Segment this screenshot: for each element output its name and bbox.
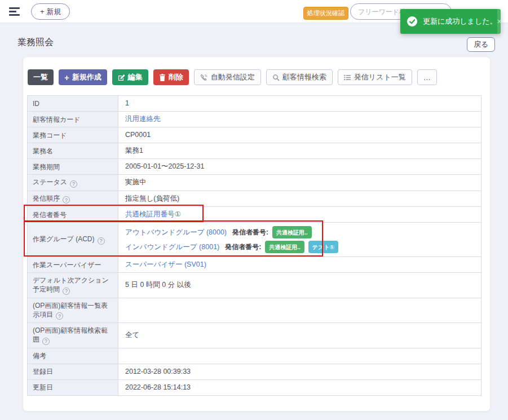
back-button[interactable]: 戻る [467, 37, 495, 52]
row-value-text: 全て [125, 331, 139, 339]
acd-group-line: アウトバウンドグループ (8000)発信者番号:共通検証用.. [125, 225, 474, 240]
auto-dial-settings-button[interactable]: 自動発信設定 [194, 69, 261, 85]
help-icon[interactable]: ? [63, 196, 70, 204]
table-row-id: ID1 [28, 96, 482, 112]
acd-group-link[interactable]: アウトバウンドグループ (8000) [125, 228, 227, 237]
row-value-text: 業務1 [125, 147, 143, 154]
phone-icon [200, 74, 208, 81]
status-check-badge[interactable]: 処理状況確認 [303, 7, 348, 20]
button-label: 新規作成 [72, 72, 101, 82]
row-value-text: 1 [125, 99, 129, 107]
toast-close-icon[interactable]: × [497, 9, 502, 34]
row-label-text: 業務名 [33, 147, 53, 155]
edit-button[interactable]: 編集 [112, 69, 148, 85]
row-value-text: 5 日 0 時間 0 分 以後 [125, 281, 191, 289]
row-label-text: ステータス [33, 178, 67, 186]
list-view-button[interactable]: 一覧 [28, 69, 54, 85]
caller-number-badge: 共通検証用.. [265, 241, 304, 253]
row-label: 顧客情報カード [28, 112, 118, 127]
row-value: 2005-01-01〜2025-12-31 [118, 159, 482, 175]
row-label-text: 発信者番号 [33, 211, 67, 219]
row-label: 作業グループ (ACD)? [28, 223, 118, 257]
row-label-text: 作業スーパーバイザー [33, 261, 101, 269]
row-label: 業務名 [28, 143, 118, 159]
call-list-button[interactable]: 発信リスト一覧 [338, 69, 412, 85]
table-row-remarks: 備考 [28, 348, 482, 364]
caller-number-badge: 共通検証用.. [272, 226, 312, 238]
caller-number-link[interactable]: 共通検証用番号① [125, 210, 181, 218]
row-label-text: 業務期間 [33, 163, 60, 171]
check-circle-icon [407, 16, 417, 26]
create-new-button[interactable]: +新規作成 [59, 69, 107, 85]
row-value [118, 298, 482, 323]
table-row-registered-date: 登録日2012-03-28 00:39:33 [28, 364, 482, 379]
row-label-text: 備考 [33, 352, 46, 360]
row-label-text: 作業グループ (ACD) [33, 235, 95, 243]
row-value: 全て [118, 323, 482, 348]
customer-search-button[interactable]: 顧客情報検索 [266, 69, 333, 85]
caller-number-caption: 発信者番号: [225, 242, 261, 252]
button-label: 顧客情報検索 [282, 72, 326, 82]
table-row-work-supervisor: 作業スーパーバイザースーパーバイザー (SV01) [28, 257, 482, 273]
detail-table: ID1顧客情報カード汎用連絡先業務コードCP0001業務名業務1業務期間2005… [27, 95, 482, 396]
edit-icon [118, 74, 125, 81]
new-button[interactable]: + 新規 [31, 3, 70, 20]
help-icon[interactable]: ? [42, 338, 50, 345]
row-value: 汎用連絡先 [118, 112, 482, 127]
row-value-text: 実施中 [125, 178, 147, 186]
row-value: 2022-06-28 15:14:13 [118, 379, 482, 395]
table-row-call-order: 発信順序?指定無し(負荷低) [28, 191, 482, 207]
row-value: 共通検証用番号① [118, 207, 482, 223]
row-label-text: 業務コード [33, 131, 67, 139]
help-icon[interactable]: ? [63, 288, 70, 295]
hamburger-menu-icon[interactable] [9, 7, 20, 17]
row-label: デフォルト次アクション予定時間? [28, 273, 118, 298]
acd-group-line: インバウンドグループ (8001)発信者番号:共通検証用..テスト① [125, 240, 474, 254]
help-icon[interactable]: ? [56, 312, 63, 320]
row-label: 発信者番号 [28, 207, 118, 223]
table-row-updated-date: 更新日2022-06-28 15:14:13 [28, 379, 482, 395]
delete-button[interactable]: 削除 [153, 69, 189, 85]
table-row-work-group-acd: 作業グループ (ACD)?アウトバウンドグループ (8000)発信者番号:共通検… [28, 223, 482, 257]
table-row-op-customer-search-scope: (OP画面)顧客情報検索範囲?全て [28, 323, 482, 348]
row-label: ID [28, 96, 118, 112]
row-value [118, 348, 482, 364]
work-supervisor-link[interactable]: スーパーバイザー (SV01) [125, 260, 206, 268]
list-icon [344, 74, 351, 81]
row-label-text: ID [33, 100, 39, 108]
button-label: 編集 [128, 72, 143, 82]
row-value-text: 2012-03-28 00:39:33 [125, 368, 191, 375]
plus-icon: + [64, 73, 69, 82]
row-value: アウトバウンドグループ (8000)発信者番号:共通検証用..インバウンドグルー… [118, 223, 482, 257]
row-label: ステータス? [28, 175, 118, 191]
row-value: スーパーバイザー (SV01) [118, 257, 482, 273]
customer-info-card-link[interactable]: 汎用連絡先 [125, 115, 161, 123]
row-label: 更新日 [28, 379, 118, 395]
table-row-customer-info-card: 顧客情報カード汎用連絡先 [28, 112, 482, 127]
button-label: 一覧 [33, 72, 48, 82]
row-value: 5 日 0 時間 0 分 以後 [118, 273, 482, 298]
row-label: 備考 [28, 348, 118, 364]
search-icon [272, 74, 280, 81]
button-label: 削除 [169, 72, 183, 82]
help-icon[interactable]: ? [70, 180, 77, 188]
row-label-text: デフォルト次アクション予定時間 [33, 276, 109, 293]
table-row-business-period: 業務期間2005-01-01〜2025-12-31 [28, 159, 482, 175]
row-value: 指定無し(負荷低) [118, 191, 482, 207]
row-value: 業務1 [118, 143, 482, 159]
toast-message: 更新に成功しました。 [423, 16, 497, 26]
row-value-text: 2005-01-01〜2025-12-31 [125, 162, 204, 170]
table-row-default-next-action-time: デフォルト次アクション予定時間?5 日 0 時間 0 分 以後 [28, 273, 482, 298]
button-label: … [423, 73, 431, 82]
success-toast: 更新に成功しました。 × [400, 9, 501, 34]
row-label-text: 登録日 [33, 368, 53, 375]
more-button[interactable]: … [417, 69, 437, 85]
row-label: 業務コード [28, 127, 118, 143]
table-row-business-code: 業務コードCP0001 [28, 127, 482, 143]
acd-group-link[interactable]: インバウンドグループ (8001) [125, 242, 219, 252]
help-icon[interactable]: ? [98, 237, 105, 245]
table-row-caller-number: 発信者番号共通検証用番号① [28, 207, 482, 223]
row-label: 発信順序? [28, 191, 118, 207]
row-value-text: CP0001 [125, 131, 151, 139]
row-label: 業務期間 [28, 159, 118, 175]
